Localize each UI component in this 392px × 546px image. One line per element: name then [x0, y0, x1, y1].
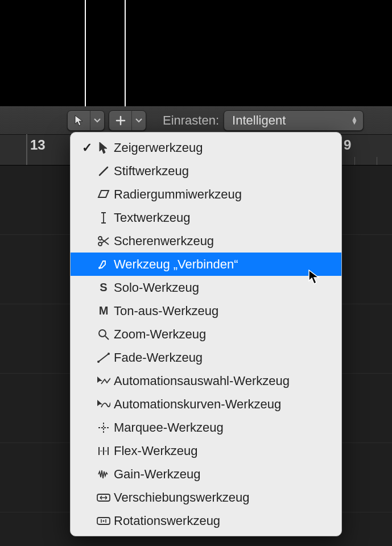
tool-menu-item-label: Solo-Werkzeug	[114, 280, 341, 295]
callout-line-cmd-tool	[125, 0, 126, 110]
check-icon: ✓	[81, 140, 93, 155]
tool-menu-item-glue[interactable]: Werkzeug „Verbinden“	[71, 253, 341, 276]
tracks-toolbar: Einrasten: Intelligent ▲▼	[0, 106, 392, 135]
snap-mode-value: Intelligent	[232, 113, 286, 128]
tool-menu-item-autocurve[interactable]: Automationskurven-Werkzeug	[71, 392, 341, 416]
fade-icon	[93, 353, 114, 363]
plus-icon	[115, 115, 126, 126]
gain-icon	[93, 469, 114, 479]
ruler-number-edge: 9	[344, 137, 351, 153]
mute-icon: M	[93, 304, 114, 317]
tool-menu-item-label: Automationskurven-Werkzeug	[114, 397, 341, 412]
tool-menu-item-mute[interactable]: MTon-aus-Werkzeug	[71, 299, 341, 322]
tool-menu-item-label: Fade-Werkzeug	[114, 350, 341, 365]
tool-menu-item-autosel[interactable]: Automationsauswahl-Werkzeug	[71, 369, 341, 392]
tool-menu-item-label: Verschiebungswerkzeug	[114, 490, 341, 505]
svg-point-2	[98, 267, 101, 269]
tool-menu-item-label: Ton-aus-Werkzeug	[114, 304, 341, 318]
move-icon	[93, 493, 114, 503]
tool-dropdown-menu: ✓ZeigerwerkzeugStiftwerkzeugRadiergummiw…	[70, 132, 342, 536]
ruler-tick-minor	[377, 157, 377, 165]
ruler-tick-minor	[354, 157, 355, 165]
autosel-icon	[93, 376, 114, 386]
marquee-icon	[93, 421, 114, 434]
pointer-icon	[93, 142, 114, 154]
pointer-icon	[75, 115, 84, 126]
ruler-tick-major	[26, 134, 27, 165]
snap-label: Einrasten:	[163, 113, 219, 128]
flex-icon	[93, 445, 114, 457]
tool-menu-item-label: Scherenwerkzeug	[114, 234, 341, 249]
tool-menu-item-label: Stiftwerkzeug	[114, 164, 341, 179]
tool-menu-item-label: Zeigerwerkzeug	[114, 140, 341, 155]
text-icon	[93, 212, 114, 224]
stepper-icon: ▲▼	[350, 117, 358, 125]
tool-menu-item-rotate[interactable]: Rotationswerkzeug	[71, 509, 341, 532]
left-click-tool-chevron[interactable]	[90, 111, 104, 130]
tool-menu-item-flex[interactable]: Flex-Werkzeug	[71, 439, 341, 462]
tool-menu-item-label: Werkzeug „Verbinden“	[114, 257, 341, 272]
tool-menu-item-gain[interactable]: Gain-Werkzeug	[71, 462, 341, 486]
tool-menu-item-label: Radiergummiwerkzeug	[114, 187, 341, 202]
tool-menu-item-zoom[interactable]: Zoom-Werkzeug	[71, 322, 341, 346]
svg-point-3	[99, 330, 106, 337]
tool-menu-item-label: Rotationswerkzeug	[114, 514, 341, 528]
svg-point-8	[103, 520, 105, 522]
scissors-icon	[93, 235, 114, 247]
rotate-icon	[93, 516, 114, 526]
chevron-down-icon	[135, 118, 142, 123]
tool-menu-item-label: Marquee-Werkzeug	[114, 420, 341, 435]
snap-mode-select[interactable]: Intelligent ▲▼	[224, 110, 364, 131]
tool-menu-item-label: Automationsauswahl-Werkzeug	[114, 374, 341, 388]
tool-menu-item-label: Gain-Werkzeug	[114, 467, 341, 482]
svg-point-5	[108, 353, 110, 355]
cmd-click-tool-chevron[interactable]	[132, 111, 146, 130]
tool-menu-item-pointer[interactable]: ✓Zeigerwerkzeug	[71, 136, 341, 159]
tool-menu-item-text[interactable]: Textwerkzeug	[71, 206, 341, 229]
eraser-icon	[93, 189, 114, 200]
tool-menu-item-eraser[interactable]: Radiergummiwerkzeug	[71, 183, 341, 206]
tool-menu-item-label: Zoom-Werkzeug	[114, 327, 341, 342]
autocurve-icon	[93, 399, 114, 410]
cmd-click-tool-button[interactable]	[109, 111, 132, 130]
tool-menu-item-fade[interactable]: Fade-Werkzeug	[71, 346, 341, 369]
callout-line-left-tool	[85, 0, 86, 110]
pencil-icon	[93, 166, 114, 177]
chevron-down-icon	[94, 118, 101, 123]
zoom-icon	[93, 328, 114, 341]
tool-menu-item-label: Flex-Werkzeug	[114, 444, 341, 458]
solo-icon: S	[93, 281, 114, 294]
tool-menu-item-marquee[interactable]: Marquee-Werkzeug	[71, 416, 341, 439]
ruler-number: 13	[30, 137, 46, 153]
svg-point-4	[97, 361, 100, 363]
tool-menu-item-scissors[interactable]: Scherenwerkzeug	[71, 229, 341, 253]
tool-menu-item-label: Textwerkzeug	[114, 210, 341, 225]
left-click-tool-selector[interactable]	[67, 110, 105, 131]
left-click-tool-button[interactable]	[68, 111, 90, 130]
cmd-click-tool-selector[interactable]	[109, 110, 146, 131]
glue-icon	[93, 259, 114, 270]
tool-menu-item-solo[interactable]: SSolo-Werkzeug	[71, 276, 341, 299]
tool-menu-item-pencil[interactable]: Stiftwerkzeug	[71, 159, 341, 183]
tool-menu-item-move[interactable]: Verschiebungswerkzeug	[71, 486, 341, 509]
